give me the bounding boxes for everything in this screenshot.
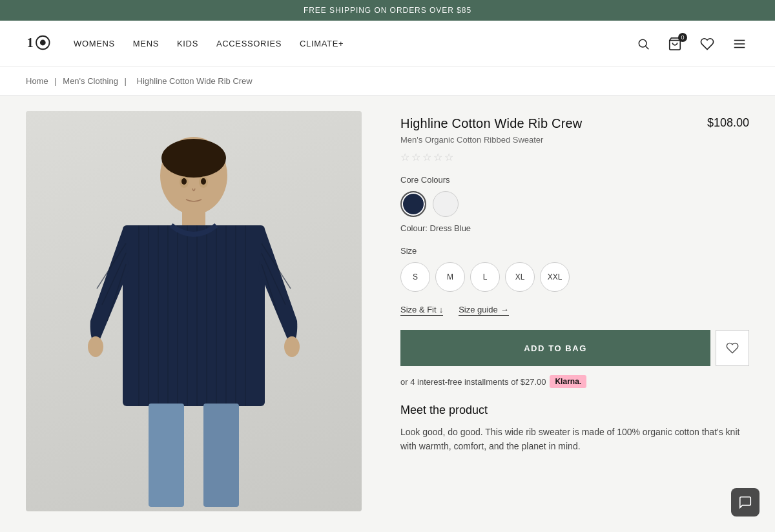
svg-rect-12 xyxy=(123,225,265,406)
chat-button[interactable] xyxy=(731,488,760,517)
product-details: Highline Cotton Wide Rib Crew $108.00 Me… xyxy=(400,111,749,511)
svg-rect-34 xyxy=(203,404,239,507)
nav-womens[interactable]: WOMENS xyxy=(74,39,115,48)
svg-text:1: 1 xyxy=(26,36,33,50)
product-title: Highline Cotton Wide Rib Crew xyxy=(400,116,582,131)
heart-icon xyxy=(726,342,739,354)
breadcrumb-current: Highline Cotton Wide Rib Crew xyxy=(137,76,253,86)
wishlist-header-button[interactable] xyxy=(698,34,717,54)
product-image-section xyxy=(26,111,362,511)
arrow-down-icon: ↓ xyxy=(439,305,444,314)
breadcrumb-home[interactable]: Home xyxy=(26,76,48,86)
nav-accessories[interactable]: ACCESSORIES xyxy=(216,39,282,48)
star-3: ☆ xyxy=(422,151,431,163)
menu-icon xyxy=(732,37,747,51)
selected-colour-name: Colour: Dress Blue xyxy=(400,223,749,233)
meet-product-text: Look good, do good. This wide rib sweate… xyxy=(400,425,749,454)
search-icon xyxy=(637,37,650,50)
main-content: Highline Cotton Wide Rib Crew $108.00 Me… xyxy=(0,96,775,527)
wishlist-button[interactable] xyxy=(716,330,749,366)
svg-point-10 xyxy=(161,139,226,178)
star-4: ☆ xyxy=(433,151,442,163)
meet-product-title: Meet the product xyxy=(400,404,749,417)
size-guide-link[interactable]: Size guide → xyxy=(459,305,509,316)
nav-kids[interactable]: KIDS xyxy=(177,39,198,48)
nav-mens[interactable]: MENS xyxy=(133,39,159,48)
product-illustration xyxy=(84,114,304,508)
svg-line-4 xyxy=(646,46,649,49)
star-5: ☆ xyxy=(444,151,453,163)
color-swatch-dress-blue[interactable] xyxy=(400,191,426,217)
core-colours-label: Core Colours xyxy=(400,175,749,185)
header-left: 1 WOMENS MENS KIDS ACCESSORIES CLIMATE+ xyxy=(26,30,344,57)
logo-icon: 1 xyxy=(26,30,50,55)
star-2: ☆ xyxy=(411,151,420,163)
size-s[interactable]: S xyxy=(400,262,430,292)
color-options xyxy=(400,191,749,217)
header-right: 0 xyxy=(634,34,749,54)
svg-point-32 xyxy=(284,336,300,357)
nav-climate[interactable]: CLIMATE+ xyxy=(300,39,344,48)
klarna-row: or 4 interest-free installments of $27.0… xyxy=(400,375,749,388)
chat-icon xyxy=(738,495,752,509)
klarna-badge: Klarna. xyxy=(550,375,586,388)
top-banner: FREE SHIPPING ON ORDERS OVER $85 xyxy=(0,0,775,21)
cart-button[interactable]: 0 xyxy=(665,34,685,54)
svg-point-31 xyxy=(88,336,103,357)
svg-point-3 xyxy=(639,39,646,47)
breadcrumb-sep2: | xyxy=(125,76,129,86)
svg-rect-33 xyxy=(149,404,184,507)
star-1: ☆ xyxy=(400,151,409,163)
size-options: S M L XL XXL xyxy=(400,262,749,292)
banner-text: FREE SHIPPING ON ORDERS OVER $85 xyxy=(304,6,471,15)
cart-count: 0 xyxy=(678,33,687,42)
size-xxl[interactable]: XXL xyxy=(540,262,570,292)
product-image-container xyxy=(26,111,362,511)
product-image xyxy=(26,111,362,511)
heart-icon xyxy=(700,37,714,51)
search-button[interactable] xyxy=(634,35,652,53)
size-xl[interactable]: XL xyxy=(505,262,535,292)
breadcrumb-category[interactable]: Men's Clothing xyxy=(63,76,118,86)
svg-point-2 xyxy=(40,40,46,46)
size-section: Size S M L XL XXL xyxy=(400,246,749,292)
rating-stars: ☆ ☆ ☆ ☆ ☆ xyxy=(400,151,749,163)
product-price: $108.00 xyxy=(707,116,749,130)
arrow-right-icon: → xyxy=(501,305,509,314)
size-links: Size & Fit ↓ Size guide → xyxy=(400,305,749,316)
logo-link[interactable]: 1 xyxy=(26,30,50,57)
klarna-text: or 4 interest-free installments of $27.0… xyxy=(400,377,546,387)
add-to-bag-row: ADD TO BAG xyxy=(400,330,749,366)
svg-point-37 xyxy=(181,178,187,185)
breadcrumb: Home | Men's Clothing | Highline Cotton … xyxy=(0,67,775,96)
main-nav: WOMENS MENS KIDS ACCESSORIES CLIMATE+ xyxy=(74,39,344,48)
svg-point-38 xyxy=(201,178,206,185)
add-to-bag-button[interactable]: ADD TO BAG xyxy=(400,330,710,366)
product-header: Highline Cotton Wide Rib Crew $108.00 xyxy=(400,116,749,131)
color-swatch-white[interactable] xyxy=(433,191,459,217)
size-l[interactable]: L xyxy=(470,262,500,292)
breadcrumb-sep1: | xyxy=(54,76,59,86)
size-m[interactable]: M xyxy=(435,262,465,292)
product-subtitle: Men's Organic Cotton Ribbed Sweater xyxy=(400,135,749,145)
header: 1 WOMENS MENS KIDS ACCESSORIES CLIMATE+ … xyxy=(0,21,775,67)
menu-button[interactable] xyxy=(730,34,749,54)
size-fit-link[interactable]: Size & Fit ↓ xyxy=(400,305,443,316)
size-label: Size xyxy=(400,246,749,256)
